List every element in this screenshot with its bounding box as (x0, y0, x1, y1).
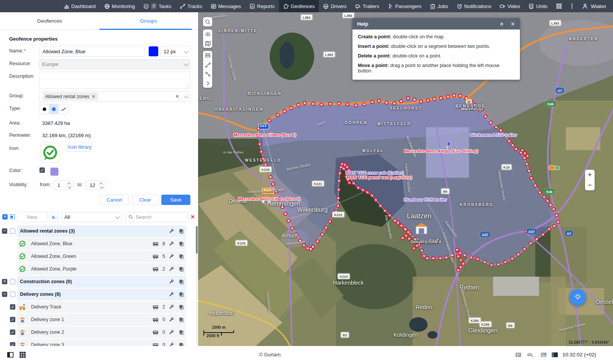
geofence-vertex-point[interactable] (517, 253, 520, 256)
geofence-vertex-point[interactable] (473, 103, 476, 107)
geofence-vertex-point[interactable] (346, 166, 349, 169)
geofence-vertex-point[interactable] (503, 133, 506, 136)
geofence-item-row[interactable]: Allowed Zone, Purple2 (0, 263, 198, 275)
copy-icon[interactable] (179, 317, 184, 323)
collapse-icon[interactable]: − (2, 228, 7, 234)
add-group-button[interactable]: + (2, 214, 8, 220)
geofence-item-row[interactable]: Allowed Zone, Blue8 (0, 238, 198, 250)
row-checkbox[interactable] (10, 279, 15, 284)
geofence-vertex-point[interactable] (320, 103, 323, 106)
geofence-vertex-point[interactable] (377, 99, 380, 102)
new-button[interactable]: New (17, 212, 48, 222)
copy-icon[interactable] (179, 241, 184, 247)
geofence-vertex-point[interactable] (555, 214, 558, 217)
geofence-vertex-point[interactable] (334, 210, 338, 213)
geofence-vertex-point[interactable] (413, 98, 416, 101)
geofence-vertex-point[interactable] (523, 248, 526, 251)
line-color-swatch[interactable] (149, 46, 158, 56)
geofence-vertex-point[interactable] (281, 205, 284, 208)
geofence-vertex-point[interactable] (363, 103, 366, 106)
visibility-from-stepper[interactable]: 1 (54, 180, 74, 190)
geofence-vertex-point[interactable] (479, 109, 482, 112)
geofence-vertex-point[interactable] (275, 190, 278, 193)
row-checkbox[interactable] (10, 292, 15, 297)
geofence-vertex-point[interactable] (267, 169, 270, 172)
geofence-vertex-point[interactable] (283, 110, 286, 113)
geofence-vertex-point[interactable] (348, 181, 351, 184)
geofence-vertex-point[interactable] (476, 257, 479, 261)
zoom-out-button[interactable]: − (585, 180, 595, 190)
copy-icon[interactable] (179, 342, 184, 346)
geofence-vertex-point[interactable] (489, 121, 492, 124)
geofence-vertex-point[interactable] (420, 100, 423, 103)
geofence-vertex-point[interactable] (404, 228, 407, 231)
apps-grid-icon[interactable] (556, 3, 562, 9)
map-tool-ruler-button[interactable] (203, 51, 212, 60)
apps-grid-icon[interactable] (18, 351, 27, 358)
geofence-vertex-point[interactable] (291, 227, 294, 230)
properties-icon[interactable] (169, 292, 175, 297)
description-textarea[interactable] (39, 72, 190, 89)
properties-icon[interactable] (169, 342, 175, 346)
geofence-vertex-point[interactable] (338, 179, 341, 182)
geofence-vertex-point[interactable] (543, 195, 546, 198)
geofence-vertex-point[interactable] (287, 219, 290, 222)
geofence-vertex-point[interactable] (490, 264, 493, 267)
properties-icon[interactable] (169, 317, 175, 323)
geofence-vertex-point[interactable] (393, 102, 396, 105)
nav-item-drivers[interactable]: Drivers (319, 0, 351, 12)
geofence-vertex-point[interactable] (508, 139, 511, 143)
geofence-vertex-point[interactable] (470, 256, 473, 259)
row-checkbox[interactable]: ✓ (10, 304, 15, 310)
nav-item-jobs[interactable]: Jobs (426, 0, 452, 12)
geofence-vertex-point[interactable] (483, 261, 486, 264)
geofence-vertex-point[interactable] (354, 104, 357, 107)
geofence-vertex-point[interactable] (497, 263, 500, 266)
geofence-vertex-point[interactable] (552, 208, 555, 211)
zoom-in-button[interactable]: + (585, 170, 595, 180)
geofence-vertex-point[interactable] (439, 257, 442, 260)
panel-toggle-icon[interactable] (6, 351, 15, 358)
geofence-vertex-point[interactable] (528, 169, 531, 172)
properties-icon[interactable] (169, 266, 175, 272)
geofence-vertex-point[interactable] (534, 184, 537, 187)
log-icon[interactable] (514, 351, 523, 358)
geofence-vertex-point[interactable] (337, 197, 340, 200)
nav-item-tasks[interactable]: 0Tasks (139, 0, 175, 12)
geofence-vertex-point[interactable] (264, 163, 267, 166)
geofence-vertex-point[interactable] (525, 162, 528, 166)
stepper-arrows[interactable] (99, 182, 105, 188)
geofence-vertex-point[interactable] (336, 204, 339, 207)
geofence-vertex-point[interactable] (432, 257, 435, 260)
mail-export-icon[interactable] (526, 351, 535, 358)
nav-item-reports[interactable]: Reports (245, 0, 279, 12)
user-menu[interactable]: Wialon (582, 3, 606, 9)
line-width-select[interactable]: 12 px (161, 46, 190, 57)
geofence-vertex-point[interactable] (525, 230, 528, 233)
geofence-vertex-point[interactable] (257, 134, 260, 137)
geofence-vertex-point[interactable] (370, 194, 374, 197)
geofence-vertex-point[interactable] (379, 204, 382, 207)
geofence-vertex-point[interactable] (325, 226, 328, 229)
nav-item-trailers[interactable]: Trailers (351, 0, 384, 12)
nav-item-dashboard[interactable]: Dashboard (59, 0, 100, 12)
properties-icon[interactable] (169, 330, 175, 335)
map-tool-points-button[interactable] (203, 69, 212, 79)
geofence-vertex-point[interactable] (374, 198, 377, 202)
geofence-vertex-point[interactable] (426, 99, 429, 102)
geofence-vertex-point[interactable] (541, 233, 544, 236)
geofence-vertex-point[interactable] (521, 149, 524, 152)
geofence-vertex-point[interactable] (331, 215, 334, 218)
geofence-vertex-point[interactable] (303, 102, 306, 105)
zone-color-swatch[interactable] (50, 167, 59, 176)
geofence-vertex-point[interactable] (426, 257, 429, 260)
collapse-icon[interactable]: − (2, 292, 7, 297)
geofence-vertex-point[interactable] (553, 225, 556, 228)
geofence-vertex-point[interactable] (306, 247, 309, 250)
expand-icon[interactable]: + (2, 279, 7, 284)
geofence-vertex-point[interactable] (499, 129, 502, 132)
clear-button[interactable]: Clear (132, 195, 158, 205)
geofence-vertex-point[interactable] (523, 152, 526, 155)
geofence-vertex-point[interactable] (329, 102, 332, 105)
type-circle-button[interactable] (39, 104, 49, 114)
